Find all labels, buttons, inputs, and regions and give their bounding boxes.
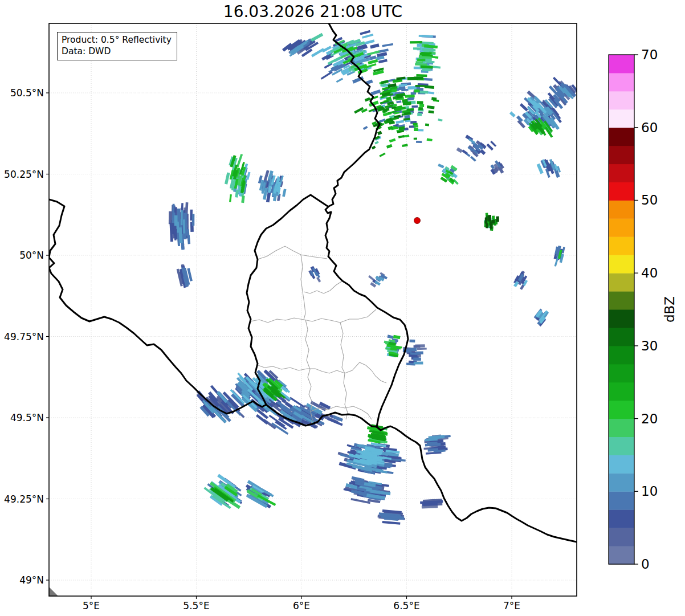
echo-cell xyxy=(485,217,487,223)
echo-cell xyxy=(417,59,425,62)
colorbar-segment xyxy=(609,491,634,509)
echo-cell xyxy=(416,141,422,143)
echo-cell xyxy=(486,223,488,229)
echo-cell xyxy=(407,77,418,80)
colorbar-tick-label: 0 xyxy=(641,557,650,572)
echo-cell xyxy=(417,113,422,116)
echo-cell xyxy=(411,105,418,108)
colorbar-tick-label: 70 xyxy=(641,47,658,62)
colorbar-segment xyxy=(609,273,634,291)
colorbar-segment xyxy=(609,236,634,255)
echo-cell xyxy=(417,101,423,104)
echo-cell xyxy=(488,215,492,221)
colorbar-segment xyxy=(609,218,634,236)
colorbar-segment xyxy=(609,109,634,128)
y-tick-label: 49.25°N xyxy=(4,493,44,505)
data-source-line: Data: DWD xyxy=(62,46,172,57)
echo-cell xyxy=(414,128,418,131)
colorbar-segment xyxy=(609,473,634,491)
echo-cell xyxy=(409,340,415,342)
echo-cell xyxy=(407,97,414,100)
colorbar-segment xyxy=(609,401,634,419)
colorbar-segment xyxy=(609,255,634,273)
colorbar-segment xyxy=(609,528,634,546)
colorbar-segment xyxy=(609,55,634,73)
echo-cell xyxy=(422,68,431,71)
echo-cell xyxy=(418,129,424,131)
x-tick-label: 6°E xyxy=(293,600,310,611)
colorbar-segment xyxy=(609,328,634,346)
echo-cell xyxy=(425,124,429,127)
echo-cell xyxy=(413,123,417,125)
echo-cell xyxy=(414,362,423,365)
echo-cell xyxy=(490,225,493,229)
y-tick-label: 50°N xyxy=(19,250,44,261)
colorbar-segment xyxy=(609,346,634,364)
colorbar-segment xyxy=(609,437,634,455)
colorbar-segment xyxy=(609,182,634,201)
colorbar-segment xyxy=(609,382,634,401)
y-tick-label: 49.5°N xyxy=(10,412,44,423)
echo-cell xyxy=(496,217,499,222)
colorbar-tick-label: 40 xyxy=(641,266,658,280)
echo-cell xyxy=(408,348,417,351)
x-tick-label: 7°E xyxy=(503,600,520,611)
echo-cell xyxy=(417,348,427,350)
colorbar-tick-label: 10 xyxy=(641,484,658,499)
colorbar-segment xyxy=(609,419,634,437)
colorbar-segment xyxy=(609,128,634,146)
y-tick-label: 50.25°N xyxy=(4,169,44,180)
echo-cell xyxy=(406,108,414,111)
y-tick-label: 50.5°N xyxy=(10,87,44,99)
echo-cell xyxy=(420,91,428,94)
echo-cell xyxy=(414,125,418,128)
y-tick-label: 49.75°N xyxy=(4,331,44,342)
echo-cell xyxy=(415,85,425,87)
colorbar-segment xyxy=(609,364,634,382)
echo-cell xyxy=(418,107,423,110)
echo-cell xyxy=(407,86,417,89)
echo-cell xyxy=(413,47,421,50)
echo-cell xyxy=(411,92,416,95)
product-line: Product: 0.5° Reflectivity xyxy=(62,34,172,46)
echo-cell xyxy=(181,210,183,225)
x-tick-label: 6.5°E xyxy=(393,600,419,611)
colorbar-tick-label: 50 xyxy=(641,193,658,207)
echo-cell xyxy=(410,353,418,355)
colorbar-segment xyxy=(609,73,634,91)
echo-cell xyxy=(416,74,427,77)
x-tick-label: 5.5°E xyxy=(183,600,209,611)
colorbar-segment xyxy=(609,546,634,564)
colorbar-segment xyxy=(609,291,634,309)
colorbar-unit-label: dBZ xyxy=(662,296,677,323)
echo-cell xyxy=(419,104,424,107)
colorbar-segment xyxy=(609,509,634,528)
echo-cell xyxy=(415,63,427,66)
radar-location-dot xyxy=(414,218,421,224)
map-canvas: 5°E5.5°E6°E6.5°E7°E50.5°N50.25°N50°N49.7… xyxy=(0,0,685,616)
map-background xyxy=(49,23,577,596)
radar-map-page: 16.03.2026 21:08 UTC 5°E5.5°E6°E6.5°E7°E… xyxy=(0,0,685,616)
echo-cell xyxy=(183,219,185,234)
colorbar-tick-label: 30 xyxy=(641,338,658,353)
colorbar-segment xyxy=(609,146,634,164)
echo-cell xyxy=(174,215,178,226)
echo-cell xyxy=(413,357,421,360)
echo-cell xyxy=(410,41,422,43)
colorbar-segment xyxy=(609,309,634,328)
echo-cell xyxy=(414,138,417,140)
echo-cell xyxy=(405,95,415,98)
colorbar-segment xyxy=(609,91,634,109)
colorbar-segment xyxy=(609,164,634,182)
colorbar-tick-label: 20 xyxy=(641,411,658,426)
colorbar: 010203040506070 xyxy=(609,47,658,572)
y-tick-label: 49°N xyxy=(19,574,44,586)
x-tick-label: 5°E xyxy=(83,600,100,611)
colorbar-segment xyxy=(609,455,634,473)
echo-cell xyxy=(416,61,423,63)
echo-cell xyxy=(414,89,420,92)
colorbar-tick-label: 60 xyxy=(641,120,658,135)
echo-cell xyxy=(414,345,421,348)
echo-cell xyxy=(492,216,495,219)
echo-cell xyxy=(492,220,495,224)
